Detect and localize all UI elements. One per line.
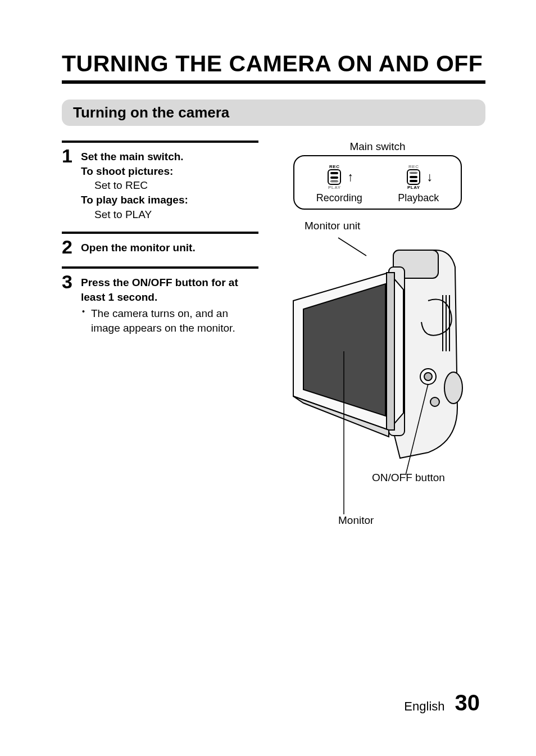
step-1: 1 Set the main switch. To shoot pictures…	[62, 141, 258, 232]
slider-icon	[407, 169, 420, 185]
playback-caption: Playback	[398, 192, 439, 204]
main-switch-label: Main switch	[270, 141, 485, 153]
steps-column: 1 Set the main switch. To shoot pictures…	[62, 141, 258, 514]
slider-icon	[328, 169, 341, 185]
step-2-title: Open the monitor unit.	[81, 241, 196, 255]
footer-language: English	[404, 699, 444, 714]
svg-rect-10	[387, 273, 394, 430]
step-number: 2	[62, 237, 75, 256]
step-3-title: Press the ON/OFF button for at least 1 s…	[81, 275, 258, 304]
switch-recording: REC PLAY ↑ Recording	[316, 164, 362, 204]
step-1-shoot-action: Set to REC	[81, 178, 188, 193]
section-heading: Turning on the camera	[62, 99, 485, 126]
camera-diagram: Monitor unit	[276, 222, 479, 514]
rec-label: REC	[329, 164, 339, 169]
step-number: 3	[62, 272, 75, 336]
camera-illustration	[260, 228, 484, 531]
figure-column: Main switch REC PLAY ↑	[270, 141, 485, 514]
step-3: 3 Press the ON/OFF button for at least 1…	[62, 266, 258, 346]
step-3-bullet: The camera turns on, and an image appear…	[81, 306, 258, 335]
onoff-button-callout: ON/OFF button	[372, 472, 445, 484]
page-footer: English 30	[404, 690, 480, 716]
monitor-callout: Monitor	[338, 514, 374, 527]
svg-line-0	[338, 238, 366, 256]
arrow-up-icon: ↑	[347, 171, 353, 183]
page-title: TURNING THE CAMERA ON AND OFF	[62, 51, 485, 84]
svg-point-5	[424, 373, 432, 381]
step-1-play-label: To play back images:	[81, 193, 188, 207]
recording-caption: Recording	[316, 192, 362, 204]
main-switch-diagram: REC PLAY ↑ Recording	[293, 155, 462, 210]
svg-point-6	[430, 397, 439, 406]
step-1-shoot-label: To shoot pictures:	[81, 164, 188, 179]
step-2: 2 Open the monitor unit.	[62, 232, 258, 266]
step-1-play-action: Set to PLAY	[81, 207, 188, 222]
step-1-title: Set the main switch.	[81, 150, 188, 164]
arrow-down-icon: ↓	[426, 171, 433, 183]
switch-playback: REC PLAY ↓ Playback	[398, 164, 439, 204]
play-label: PLAY	[407, 185, 420, 190]
play-label: PLAY	[328, 185, 341, 190]
footer-page-number: 30	[455, 690, 480, 716]
step-number: 1	[62, 146, 75, 221]
svg-point-2	[444, 372, 462, 404]
rec-label: REC	[408, 164, 419, 169]
